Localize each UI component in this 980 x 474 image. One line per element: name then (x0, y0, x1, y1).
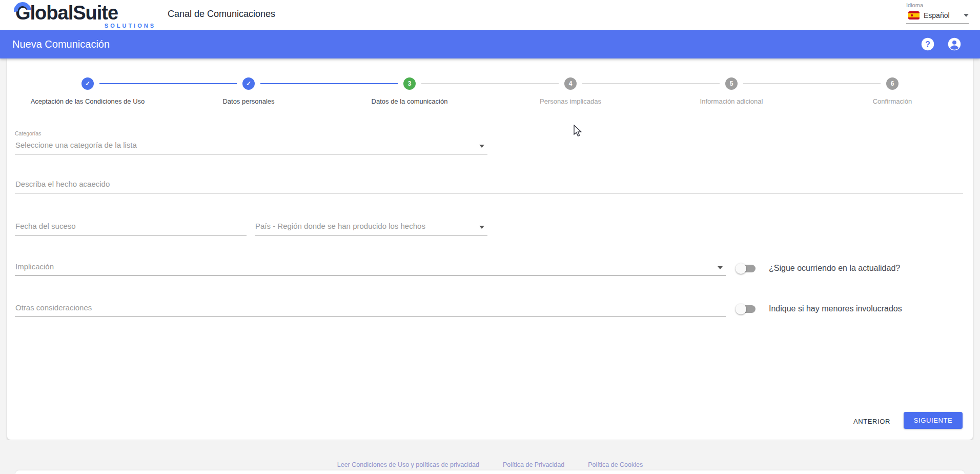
language-select[interactable]: Español (906, 8, 969, 24)
footer-links: Leer Condiciones de Uso y políticas de p… (0, 461, 980, 468)
country-field (255, 222, 487, 235)
minors-involved-toggle[interactable] (737, 305, 756, 313)
logo-text: GlobalSuite (15, 2, 159, 24)
toggle-thumb[interactable] (736, 304, 746, 314)
categories-label: Categorías (15, 130, 487, 136)
dropdown-arrow-icon[interactable] (718, 266, 723, 269)
stepper: ✓ ✓ 3 4 5 6 Aceptación de las Condicione… (7, 58, 973, 115)
next-button[interactable]: SIGUIENTE (904, 412, 963, 429)
step-connector (421, 83, 559, 84)
language-selector[interactable]: Idioma Español (906, 2, 969, 24)
step-5-circle[interactable]: 5 (725, 77, 738, 90)
step-connector (743, 83, 881, 84)
svg-text:?: ? (925, 40, 930, 49)
spain-flag-icon (908, 11, 920, 19)
footer-card-edge (15, 470, 965, 474)
categories-select[interactable] (15, 141, 487, 154)
implication-field (15, 262, 726, 276)
still-occurring-toggle[interactable] (737, 265, 756, 272)
other-considerations-input[interactable] (15, 303, 726, 317)
other-considerations-field (15, 303, 726, 317)
step-2-label: Datos personales (172, 97, 325, 105)
footer: Leer Condiciones de Uso y políticas de p… (0, 440, 980, 474)
toolbar: Nueva Comunicación ? (0, 30, 980, 58)
country-select[interactable] (255, 222, 487, 235)
minors-involved-label: Indique si hay menores involucrados (769, 304, 902, 313)
minors-involved-toggle-row: Indique si hay menores involucrados (737, 304, 902, 313)
dropdown-arrow-icon[interactable] (479, 226, 484, 229)
chevron-down-icon (964, 14, 969, 17)
date-field (15, 222, 247, 235)
step-6-circle[interactable]: 6 (886, 77, 899, 90)
globalsuite-logo: GlobalSuite SOLUTIONS (15, 2, 159, 29)
cookies-policy-link[interactable]: Política de Cookies (588, 461, 643, 468)
description-input[interactable] (15, 180, 963, 193)
step-connector (260, 83, 398, 84)
implication-select[interactable] (15, 262, 726, 276)
still-occurring-toggle-row: ¿Sigue ocurriendo en la actualidad? (737, 264, 900, 273)
help-icon[interactable]: ? (921, 37, 935, 51)
page-title: Canal de Comunicaciones (168, 9, 275, 19)
description-field (15, 180, 963, 193)
date-input[interactable] (15, 222, 247, 235)
step-connector (99, 83, 237, 84)
step-5-label: Información adicional (655, 97, 808, 105)
step-6-label: Confirmación (815, 97, 969, 105)
still-occurring-label: ¿Sigue ocurriendo en la actualidad? (769, 264, 900, 273)
toggle-thumb[interactable] (736, 263, 746, 274)
dropdown-arrow-icon[interactable] (479, 145, 484, 148)
step-connector (582, 83, 720, 84)
app-header: GlobalSuite SOLUTIONS Canal de Comunicac… (0, 0, 980, 30)
wizard-card: ✓ ✓ 3 4 5 6 Aceptación de las Condicione… (7, 58, 973, 440)
terms-link[interactable]: Leer Condiciones de Uso y políticas de p… (337, 461, 479, 468)
privacy-policy-link[interactable]: Política de Privacidad (503, 461, 564, 468)
toolbar-title: Nueva Comunicación (12, 38, 110, 50)
step-2-check-icon[interactable]: ✓ (242, 77, 255, 90)
step-4-label: Personas implicadas (494, 97, 647, 105)
previous-button[interactable]: ANTERIOR (849, 413, 895, 429)
account-icon[interactable] (947, 37, 962, 51)
step-1-label: Aceptación de las Condiciones de Uso (11, 97, 165, 105)
step-4-circle[interactable]: 4 (564, 77, 577, 90)
step-3-circle[interactable]: 3 (403, 77, 416, 90)
logo-subtext: SOLUTIONS (105, 23, 156, 29)
language-value: Español (924, 11, 959, 19)
language-label: Idioma (906, 2, 969, 8)
step-3-label: Datos de la comunicación (333, 97, 486, 105)
step-1-check-icon[interactable]: ✓ (81, 77, 94, 90)
categories-field: Categorías (15, 130, 487, 154)
